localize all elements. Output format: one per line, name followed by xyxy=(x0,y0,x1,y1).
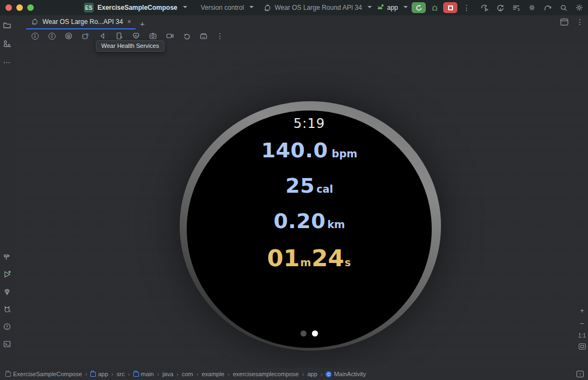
emulator-display-area[interactable]: 5:19 140.0 bpm 25 cal 0.20 km xyxy=(14,42,588,368)
back-icon[interactable] xyxy=(97,30,108,41)
version-control-label: Version control xyxy=(201,4,244,11)
version-control-menu[interactable]: Version control xyxy=(201,4,253,11)
breadcrumb-app[interactable]: app xyxy=(90,371,108,377)
heart-rate-unit: bpm xyxy=(332,148,357,160)
breadcrumb-separator: › xyxy=(157,371,159,377)
logcat-tool-icon[interactable] xyxy=(2,304,13,315)
close-window-button[interactable] xyxy=(5,4,12,11)
duration-seconds-unit: s xyxy=(345,256,351,268)
breadcrumb-project[interactable]: ExerciseSampleCompose xyxy=(5,371,82,377)
sync-icon[interactable]: A xyxy=(496,3,505,12)
snapshots-icon[interactable] xyxy=(198,30,209,41)
profiler-icon[interactable] xyxy=(480,3,489,12)
watch-device-icon xyxy=(263,3,272,12)
debug-button[interactable] xyxy=(430,3,439,12)
breadcrumb-separator: › xyxy=(85,371,88,377)
settings-gear-icon[interactable] xyxy=(575,3,584,12)
module-folder-icon xyxy=(90,372,96,377)
chevron-down-icon xyxy=(367,5,371,9)
device-more-icon[interactable]: ⋮ xyxy=(215,32,225,40)
page-dot-active xyxy=(312,330,318,336)
more-run-actions-button[interactable]: ⋮ xyxy=(462,3,471,12)
android-studio-window: ES ExerciseSampleCompose Version control… xyxy=(0,0,588,380)
chevron-down-icon xyxy=(403,5,407,9)
tab-running-device[interactable]: Wear OS Large Ro...API 34 × xyxy=(26,15,136,29)
project-tool-icon[interactable] xyxy=(2,20,13,30)
watch-screen[interactable]: 5:19 140.0 bpm 25 cal 0.20 km xyxy=(187,111,432,348)
duration-minutes: 01 xyxy=(267,244,300,272)
breadcrumb-separator: › xyxy=(112,371,114,377)
distance-value: 0.20 xyxy=(273,209,326,233)
status-bar: ExerciseSampleCompose › app › src › main… xyxy=(0,368,588,380)
project-menu[interactable]: ExerciseSampleCompose xyxy=(97,4,187,11)
breadcrumb-com[interactable]: com xyxy=(182,371,193,377)
tilt-icon[interactable] xyxy=(80,30,91,41)
breadcrumb-java[interactable]: java xyxy=(162,371,173,377)
zoom-actual-size-button[interactable]: 1:1 xyxy=(578,333,586,339)
breadcrumb-mainactivity[interactable]: C MainActivity xyxy=(326,371,366,377)
gradle-sync-icon[interactable] xyxy=(543,3,552,12)
breadcrumb-package[interactable]: exercisesamplecompose xyxy=(233,371,299,377)
distance-unit: km xyxy=(327,218,345,230)
zoom-out-button[interactable]: − xyxy=(580,320,584,328)
tooltip: Wear Health Services xyxy=(96,40,164,52)
rerun-button[interactable] xyxy=(412,2,426,13)
minimize-window-button[interactable] xyxy=(16,4,23,11)
close-tab-icon[interactable]: × xyxy=(127,18,131,26)
svg-text:A: A xyxy=(499,8,502,11)
run-config-label: app xyxy=(387,4,398,11)
restart-icon[interactable] xyxy=(181,30,192,41)
zoom-in-button[interactable]: + xyxy=(580,307,584,315)
gemini-tool-icon[interactable] xyxy=(2,286,13,297)
project-folder-icon xyxy=(5,372,11,377)
build-tool-icon[interactable] xyxy=(2,252,13,262)
exercise-app-screen: 5:19 140.0 bpm 25 cal 0.20 km xyxy=(187,111,432,348)
breadcrumb-separator: › xyxy=(197,371,199,377)
editor-tab-bar: Wear OS Large Ro...API 34 × + ⋮ xyxy=(14,15,588,29)
wear-button1-icon[interactable]: 1 xyxy=(29,30,40,41)
run-tool-icon[interactable] xyxy=(2,269,13,280)
breadcrumb-app2[interactable]: app xyxy=(307,371,317,377)
breadcrumb-main[interactable]: main xyxy=(133,371,154,377)
screen-record-icon[interactable] xyxy=(164,30,175,41)
rerun-icon xyxy=(415,4,422,11)
terminal-tool-icon[interactable] xyxy=(2,339,13,350)
fit-screen-button[interactable] xyxy=(579,344,586,350)
class-icon: C xyxy=(326,371,332,377)
screenshot-icon[interactable] xyxy=(114,30,125,41)
stop-icon xyxy=(448,5,453,10)
search-icon[interactable] xyxy=(559,3,568,12)
device-selector[interactable]: Wear OS Large Round API 34 xyxy=(263,3,371,12)
wear-button2-icon[interactable]: 2 xyxy=(46,30,57,41)
page-dot xyxy=(301,330,307,336)
calories-metric: 25 cal xyxy=(187,174,432,198)
problems-tool-icon[interactable] xyxy=(2,321,13,332)
notifications-icon[interactable]: ! xyxy=(577,371,584,377)
resource-manager-icon[interactable] xyxy=(2,38,13,49)
new-tab-button[interactable]: + xyxy=(140,19,145,29)
page-indicator xyxy=(187,330,432,336)
more-tool-windows-icon[interactable]: ⋯ xyxy=(2,57,13,68)
stop-button[interactable] xyxy=(443,2,457,13)
fullscreen-window-button[interactable] xyxy=(27,4,34,11)
tab-options-icon[interactable]: ⋮ xyxy=(575,17,585,26)
split-editor-icon[interactable] xyxy=(560,19,568,26)
left-tool-rail: ⋯ xyxy=(0,15,14,368)
breadcrumb-src[interactable]: src xyxy=(117,371,125,377)
duration-metric: 01 m 24 s xyxy=(187,244,432,272)
titlebar: ES ExerciseSampleCompose Version control… xyxy=(0,0,588,15)
breadcrumb-separator: › xyxy=(228,371,230,377)
breadcrumb-example[interactable]: example xyxy=(201,371,224,377)
calories-value: 25 xyxy=(285,174,315,198)
wear-health-services-icon[interactable] xyxy=(131,30,142,41)
tab-label: Wear OS Large Ro...API 34 xyxy=(42,18,123,26)
run-configuration-selector[interactable]: app xyxy=(376,3,407,12)
breadcrumb-separator: › xyxy=(128,371,130,377)
camera-icon[interactable] xyxy=(148,30,158,41)
palm-icon[interactable] xyxy=(63,30,74,41)
running-list-icon[interactable]: 5 xyxy=(512,3,520,12)
breadcrumb-separator: › xyxy=(302,371,304,377)
build-icon[interactable] xyxy=(528,3,536,12)
breadcrumb-separator: › xyxy=(176,371,179,377)
duration-minutes-unit: m xyxy=(300,256,311,268)
